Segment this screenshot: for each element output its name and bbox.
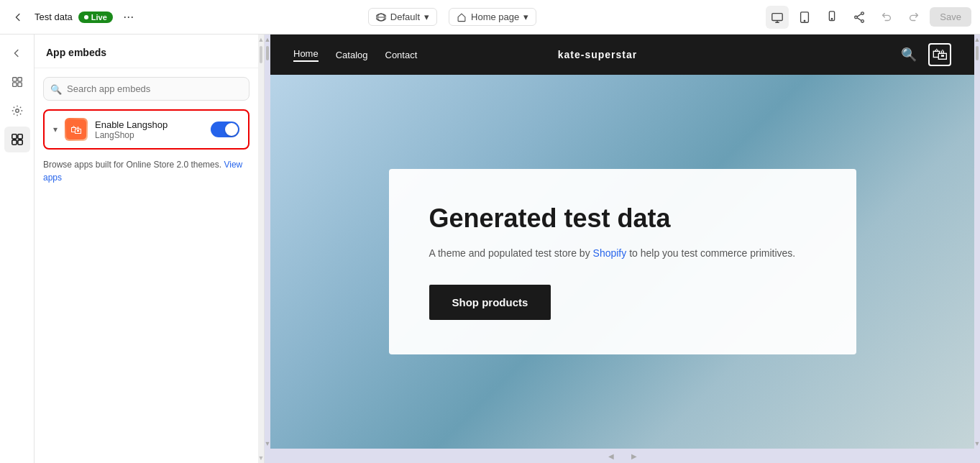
langshop-toggle[interactable] (211, 122, 239, 137)
sidebar-apps-icon[interactable] (4, 127, 30, 152)
undo-button[interactable] (875, 6, 898, 29)
desktop-view-button[interactable] (766, 6, 789, 29)
preview-wrapper: ▲ ▼ Home Catalog Contact kate-superstar … (265, 35, 980, 449)
nav-home[interactable]: Home (293, 48, 319, 62)
search-nav-icon[interactable]: 🔍 (901, 47, 917, 63)
preview-right-scroll-down[interactable]: ▼ (974, 440, 980, 447)
back-icon[interactable] (9, 7, 29, 27)
hero-card: Generated test data A theme and populate… (389, 169, 856, 354)
preview-left-scrollbar: ▲ ▼ (265, 35, 270, 449)
panel-header: App embeds (35, 35, 258, 68)
embed-chevron-icon[interactable]: ▾ (53, 124, 58, 134)
scroll-down-arrow[interactable]: ▼ (258, 454, 264, 462)
browse-text: Browse apps built for Online Store 2.0 t… (43, 158, 249, 184)
store-brand: kate-superstar (558, 49, 638, 60)
svg-rect-17 (17, 140, 22, 145)
embed-subtitle: LangShop (95, 130, 203, 140)
sidebar-back-icon[interactable] (4, 40, 30, 66)
preview-scroll-left[interactable]: ◀ (608, 452, 614, 460)
embed-info: Enable Langshop LangShop (95, 119, 203, 140)
tablet-view-button[interactable] (793, 6, 816, 29)
page-title: Test data (35, 12, 73, 22)
preview-left-thumb (266, 46, 269, 60)
svg-point-5 (832, 18, 833, 19)
svg-point-13 (15, 109, 19, 113)
hero-section: Generated test data A theme and populate… (270, 75, 974, 449)
shopify-highlight: Shopify (593, 247, 627, 259)
preview-area: ▲ ▼ Home Catalog Contact kate-superstar … (265, 35, 980, 463)
svg-point-3 (805, 20, 805, 21)
nav-contact[interactable]: Contact (385, 50, 418, 60)
top-bar-center: Default ▾ Home page ▾ (145, 8, 761, 26)
scroll-thumb (260, 46, 262, 63)
homepage-selector[interactable]: Home page ▾ (449, 8, 536, 26)
nav-icons: 🔍 🛍 (901, 43, 951, 66)
top-bar-left: Test data Live ··· (9, 7, 139, 27)
hero-title: Generated test data (429, 203, 816, 234)
embed-item-langshop: ▾ 🛍 Enable Langshop LangShop (43, 109, 249, 150)
store-nav: Home Catalog Contact kate-superstar 🔍 🛍 (270, 35, 974, 75)
svg-point-8 (861, 19, 864, 22)
toggle-knob (225, 123, 238, 136)
app-icon-langshop: 🛍 (65, 118, 88, 141)
panel-title: App embeds (46, 47, 106, 58)
search-input[interactable] (43, 77, 249, 101)
svg-rect-14 (12, 134, 16, 139)
search-container: 🔍 (43, 77, 249, 101)
scroll-up-arrow[interactable]: ▲ (258, 36, 264, 43)
sidebar-settings-icon[interactable] (4, 98, 30, 124)
svg-text:🛍: 🛍 (70, 124, 82, 136)
live-dot (84, 15, 88, 19)
search-icon: 🔍 (50, 83, 62, 94)
more-options-button[interactable]: ··· (119, 7, 139, 27)
nav-catalog[interactable]: Catalog (336, 50, 368, 60)
svg-rect-9 (12, 78, 16, 81)
mobile-view-button[interactable] (820, 6, 843, 29)
panel-body: 🔍 ▾ 🛍 Enable Langshop (35, 68, 258, 463)
svg-rect-12 (17, 83, 21, 86)
embed-name: Enable Langshop (95, 119, 203, 130)
sidebar-sections-icon[interactable] (4, 69, 30, 95)
cart-nav-icon[interactable]: 🛍 (928, 43, 951, 66)
preview-content: Home Catalog Contact kate-superstar 🔍 🛍 … (270, 35, 974, 449)
nav-links: Home Catalog Contact (293, 48, 417, 62)
share-button[interactable] (848, 6, 871, 29)
hero-subtitle: A theme and populated test store by Shop… (429, 245, 816, 261)
preview-bottom-bar: ◀ ▶ (265, 449, 980, 463)
top-bar: Test data Live ··· Default ▾ Home page ▾ (0, 0, 980, 35)
svg-point-6 (855, 16, 858, 19)
svg-rect-1 (772, 13, 782, 20)
default-selector[interactable]: Default ▾ (368, 8, 437, 26)
svg-rect-15 (17, 134, 22, 139)
panel-scrollbar: ▲ ▼ (258, 35, 264, 463)
preview-right-thumb (976, 46, 979, 60)
save-button[interactable]: Save (930, 7, 971, 27)
svg-rect-11 (12, 83, 16, 86)
preview-right-scrollbar: ▲ ▼ (974, 35, 980, 449)
svg-point-7 (861, 12, 864, 14)
svg-rect-16 (12, 140, 16, 145)
main-area: App embeds 🔍 ▾ 🛍 (0, 35, 980, 463)
app-embeds-panel: App embeds 🔍 ▾ 🛍 (35, 35, 265, 463)
top-bar-right: Save (766, 6, 971, 29)
svg-rect-10 (17, 78, 21, 81)
live-badge: Live (78, 12, 113, 23)
shop-products-button[interactable]: Shop products (429, 285, 551, 320)
preview-right-scroll-up[interactable]: ▲ (974, 36, 980, 43)
icon-sidebar (0, 35, 35, 463)
preview-scroll-right[interactable]: ▶ (631, 452, 637, 460)
redo-button[interactable] (902, 6, 925, 29)
